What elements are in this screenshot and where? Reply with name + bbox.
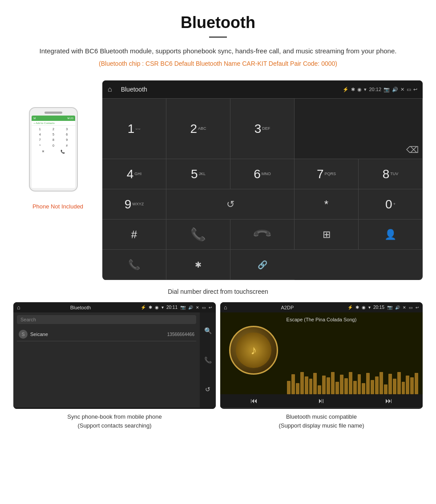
album-art: ♪ bbox=[229, 326, 278, 375]
music-close-icon[interactable]: ✕ bbox=[403, 305, 406, 310]
music-home-icon[interactable]: ⌂ bbox=[224, 304, 227, 311]
link-tab-button[interactable]: 🔗 bbox=[230, 250, 295, 280]
delete-icon[interactable]: ⌫ bbox=[406, 144, 419, 155]
home-icon[interactable]: ⌂ bbox=[108, 85, 112, 93]
phone-aside: MM:20 + Add to Contacts 123 456 789 *0# … bbox=[13, 80, 102, 210]
camera-icon: 📷 bbox=[384, 87, 390, 92]
dial-statusbar: ⌂ Bluetooth ⚡ ✱ ◉ ▾ 20:12 📷 🔊 ✕ ▭ ↩ bbox=[102, 80, 423, 98]
pb-usb-icon: ⚡ bbox=[141, 305, 146, 310]
contact-number: 13566664466 bbox=[167, 332, 194, 337]
dial-key-5[interactable]: 5JKL bbox=[166, 159, 230, 189]
next-button[interactable]: ⏭ bbox=[385, 397, 392, 405]
pb-vol-icon: 🔊 bbox=[188, 305, 193, 310]
pb-time: 20:11 bbox=[166, 305, 178, 310]
phonebook-card: ⌂ Bluetooth ⚡ ✱ ◉ ▾ 20:11 📷 🔊 ✕ ▭ ↩ Sear… bbox=[13, 302, 216, 430]
dial-display: ⌫ bbox=[295, 99, 423, 159]
pb-bt-icon: ✱ bbox=[149, 305, 152, 310]
dial-key-6[interactable]: 6MNO bbox=[230, 159, 295, 189]
dial-key-0[interactable]: 0+ bbox=[359, 189, 423, 220]
dial-key-3[interactable]: 3DEF bbox=[230, 99, 295, 159]
recents-tab-button[interactable]: 📞 bbox=[102, 250, 166, 280]
time-display: 20:12 bbox=[369, 87, 381, 92]
song-name: Escape (The Pina Colada Song) bbox=[220, 317, 423, 322]
phone-mockup: MM:20 + Add to Contacts 123 456 789 *0# … bbox=[29, 107, 78, 192]
dial-screen: ⌂ Bluetooth ⚡ ✱ ◉ ▾ 20:12 📷 🔊 ✕ ▭ ↩ bbox=[102, 80, 423, 280]
phonebook-screen: ⌂ Bluetooth ⚡ ✱ ◉ ▾ 20:11 📷 🔊 ✕ ▭ ↩ Sear… bbox=[13, 302, 216, 409]
dial-redial-button[interactable]: ↺ bbox=[166, 189, 295, 220]
contacts-tab-button[interactable]: 👤 bbox=[359, 220, 423, 250]
dial-screen-container: ⌂ Bluetooth ⚡ ✱ ◉ ▾ 20:12 📷 🔊 ✕ ▭ ↩ bbox=[102, 80, 423, 280]
wifi-icon: ▾ bbox=[364, 87, 367, 92]
close-icon[interactable]: ✕ bbox=[400, 87, 404, 92]
page-header: Bluetooth Integrated with BC6 Bluetooth … bbox=[0, 0, 436, 80]
pb-screen-icon: ▭ bbox=[202, 305, 206, 310]
main-section: MM:20 + Add to Contacts 123 456 789 *0# … bbox=[0, 80, 436, 280]
music-title: A2DP bbox=[230, 305, 345, 310]
music-back-icon[interactable]: ↩ bbox=[416, 305, 419, 310]
bottom-section: ⌂ Bluetooth ⚡ ✱ ◉ ▾ 20:11 📷 🔊 ✕ ▭ ↩ Sear… bbox=[0, 302, 436, 430]
call-button[interactable]: 📞 bbox=[166, 220, 230, 250]
pb-back-icon[interactable]: ↩ bbox=[209, 305, 212, 310]
page-description: Integrated with BC6 Bluetooth module, su… bbox=[27, 46, 409, 56]
hangup-button[interactable]: 📞 bbox=[230, 220, 295, 250]
location-icon: ◉ bbox=[357, 87, 362, 92]
pb-loc-icon: ◉ bbox=[155, 305, 159, 310]
pb-search-icon[interactable]: 🔍 bbox=[204, 327, 212, 334]
music-time: 20:15 bbox=[373, 305, 384, 310]
pb-wifi-icon: ▾ bbox=[161, 305, 164, 310]
pb-close-icon[interactable]: ✕ bbox=[196, 305, 199, 310]
music-screen-icon: ▭ bbox=[409, 305, 413, 310]
phonebook-caption: Sync phone-book from mobile phone (Suppo… bbox=[67, 412, 161, 430]
bluetooth-specs: (Bluetooth chip : CSR BC6 Default Blueto… bbox=[27, 60, 409, 67]
equalizer bbox=[287, 372, 418, 394]
music-screen: ⌂ A2DP ⚡ ✱ ◉ ▾ 20:15 📷 🔊 ✕ ▭ ↩ Escape (T… bbox=[220, 302, 423, 409]
pb-statusbar: ⌂ Bluetooth ⚡ ✱ ◉ ▾ 20:11 📷 🔊 ✕ ▭ ↩ bbox=[13, 302, 216, 312]
title-divider bbox=[209, 36, 227, 38]
usb-icon: ⚡ bbox=[343, 87, 349, 92]
music-caption: Bluetooth music compatible (Support disp… bbox=[279, 412, 364, 430]
pb-search-field[interactable]: Search bbox=[17, 315, 196, 324]
dial-key-2[interactable]: 2ABC bbox=[166, 99, 230, 159]
dial-title: Bluetooth bbox=[116, 83, 339, 96]
dial-key-1[interactable]: 1⌣⌣ bbox=[102, 99, 166, 159]
phone-not-included-label: Phone Not Included bbox=[32, 203, 83, 210]
contact-name: Seicane bbox=[30, 332, 48, 337]
music-card: ⌂ A2DP ⚡ ✱ ◉ ▾ 20:15 📷 🔊 ✕ ▭ ↩ Escape (T… bbox=[220, 302, 423, 430]
music-controls: ⏮ ⏯ ⏭ bbox=[220, 394, 423, 408]
dial-key-7[interactable]: 7PQRS bbox=[295, 159, 359, 189]
pb-bottom-bar: ⊞ 👤 📞 ✱ 🔗 bbox=[13, 408, 216, 409]
screen-icon: ▭ bbox=[407, 87, 411, 92]
music-statusbar: ⌂ A2DP ⚡ ✱ ◉ ▾ 20:15 📷 🔊 ✕ ▭ ↩ bbox=[220, 302, 423, 312]
pb-body: Search S Seicane 13566664466 🔍 � bbox=[13, 312, 216, 408]
dial-key-8[interactable]: 8TUV bbox=[359, 159, 423, 189]
dial-key-hash[interactable]: # bbox=[102, 220, 166, 250]
contact-avatar: S bbox=[19, 330, 28, 339]
phone-screen: MM:20 + Add to Contacts 123 456 789 *0# … bbox=[32, 116, 75, 188]
music-usb-icon: ⚡ bbox=[347, 305, 353, 310]
phone-speaker bbox=[44, 112, 62, 114]
bluetooth-status-icon: ✱ bbox=[351, 87, 355, 92]
back-icon[interactable]: ↩ bbox=[413, 87, 417, 92]
dial-grid: 1⌣⌣ 2ABC 3DEF ⌫ bbox=[102, 98, 423, 280]
pb-call-icon[interactable]: 📞 bbox=[204, 356, 212, 364]
play-pause-button[interactable]: ⏯ bbox=[318, 397, 325, 405]
dial-key-4[interactable]: 4GHI bbox=[102, 159, 166, 189]
pb-contact-row[interactable]: S Seicane 13566664466 bbox=[17, 328, 196, 341]
pb-refresh-icon[interactable]: ↺ bbox=[205, 386, 210, 393]
volume-icon: 🔊 bbox=[392, 87, 398, 92]
dial-key-star[interactable]: * bbox=[295, 189, 359, 220]
dial-key-9[interactable]: 9WXYZ bbox=[102, 189, 166, 220]
status-icons: ⚡ ✱ ◉ ▾ 20:12 📷 🔊 ✕ ▭ ↩ bbox=[343, 87, 417, 92]
dialpad-tab-button[interactable]: ⊞ bbox=[295, 220, 359, 250]
bluetooth-tab-button[interactable]: ✱ bbox=[166, 250, 230, 280]
music-body: Escape (The Pina Colada Song) ♪ ⏮ ⏯ ⏭ bbox=[220, 312, 423, 408]
page-title: Bluetooth bbox=[27, 13, 409, 32]
pb-home-icon[interactable]: ⌂ bbox=[17, 304, 20, 311]
pb-sidebar: 🔍 📞 ↺ bbox=[200, 312, 216, 408]
music-bt-icon: ✱ bbox=[355, 305, 359, 310]
music-loc-icon: ◉ bbox=[362, 305, 366, 310]
pb-camera-icon: 📷 bbox=[180, 305, 186, 310]
prev-button[interactable]: ⏮ bbox=[250, 397, 258, 405]
album-inner: ♪ bbox=[236, 332, 271, 368]
music-vol-icon: 🔊 bbox=[395, 305, 400, 310]
